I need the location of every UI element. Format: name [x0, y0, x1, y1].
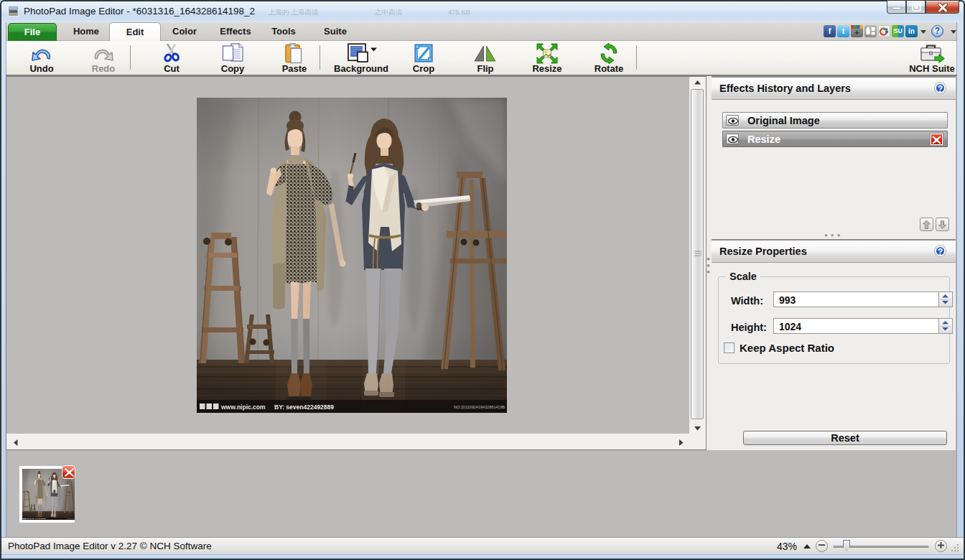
svg-text:+: + — [855, 29, 859, 37]
